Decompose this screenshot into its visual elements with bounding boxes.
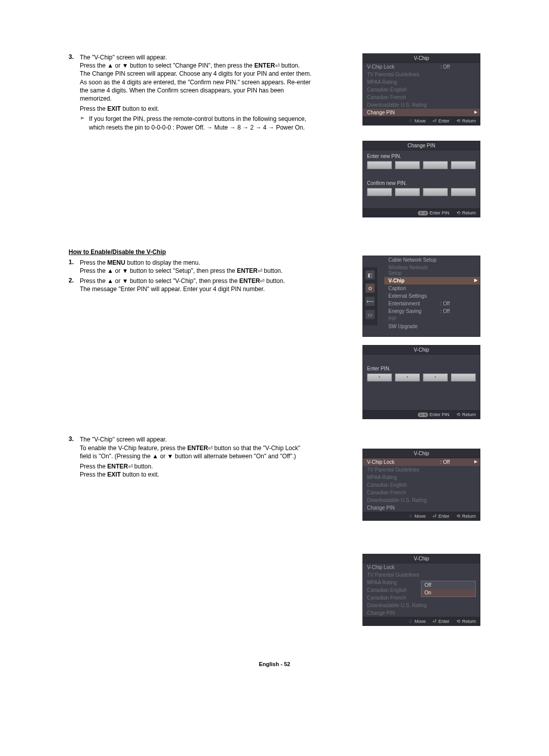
enter-icon: ⏎ <box>128 463 133 470</box>
menu-item: MPAA Rating <box>363 78 480 86</box>
option-off[interactable]: Off <box>421 581 475 589</box>
left-column: 3. The "V-Chip" screen will appear. Pres… <box>69 53 312 479</box>
menu-item[interactable]: Caption <box>384 285 480 292</box>
pin-digit[interactable] <box>423 188 448 196</box>
step-text: The "V-Chip" screen will appear. To enab… <box>80 435 312 479</box>
line: Press the ▲ or ▼ button to select "Chang… <box>80 62 254 69</box>
note-text: If you forget the PIN, press the remote-… <box>89 115 312 131</box>
menu-value <box>440 94 476 100</box>
menu-item[interactable]: Entertainment: Off <box>384 300 480 307</box>
move-hint: ♢ Move <box>409 514 425 519</box>
line: Press the <box>80 471 107 478</box>
pin-digit[interactable] <box>451 161 476 169</box>
enter-icon: ⏎ <box>275 62 280 70</box>
osd-title: V-Chip <box>363 449 480 458</box>
menu-item: Canadian English <box>363 86 480 93</box>
line: button to display the menu. <box>125 259 200 266</box>
osd-button-bar: ♢ Move ⏎ Enter ⟲ Return <box>363 617 480 625</box>
step-text: Press the ▲ or ▼ button to select "V-Chi… <box>80 277 312 293</box>
menu-item: Canadian French <box>363 489 480 496</box>
menu-label: Wireless Network Setup <box>388 265 440 276</box>
osd-vchip-menu: V-Chip V-Chip Lock: OffTV Parental Guide… <box>362 53 480 125</box>
menu-value <box>440 293 476 299</box>
enter-icon: ⏎ <box>208 445 212 452</box>
pin-entry: * * * <box>363 373 480 385</box>
menu-item[interactable]: Cable Network Setup <box>384 256 480 264</box>
pin-digit[interactable] <box>451 188 476 196</box>
osd-vchip-lock-dropdown: V-Chip V-Chip LockTV Parental Guidelines… <box>362 554 480 626</box>
line: Press the <box>80 105 107 112</box>
pin-digit[interactable] <box>395 161 420 169</box>
menu-value <box>440 572 476 578</box>
osd-button-bar: ♢ Move ⏎ Enter ⟲ Return <box>363 512 480 520</box>
pin-digit[interactable] <box>423 161 448 169</box>
line: button. <box>133 463 153 470</box>
enter-pin-label: Enter PIN. <box>363 363 480 373</box>
menu-item[interactable]: Change PIN <box>363 109 480 116</box>
menu-value <box>440 102 476 108</box>
menu-label: Downloadable U.S. Rating <box>367 603 440 608</box>
pin-entry-new <box>363 161 480 172</box>
menu-item[interactable]: Energy Saving: Off <box>384 307 480 315</box>
osd-setup-menu: Setup ◧ ✿ ⟵ ▭ Cable Network SetupWireles… <box>362 256 480 337</box>
menu-item[interactable]: External Settings <box>384 292 480 300</box>
pin-digit[interactable] <box>451 373 476 382</box>
pin-digit[interactable] <box>367 188 392 196</box>
pin-digit[interactable]: * <box>395 373 420 382</box>
line: button. <box>262 267 283 274</box>
menu-label: Canadian English <box>367 482 440 488</box>
menu-item[interactable]: V-Chip Lock: Off <box>363 458 480 466</box>
line: The message "Enter PIN" will appear. Ent… <box>80 286 265 293</box>
line: The "V-Chip" screen will appear. <box>80 54 167 61</box>
confirm-new-pin-label: Confirm new PIN. <box>363 177 480 188</box>
option-on[interactable]: On <box>421 589 475 596</box>
step1b: 1. Press the MENU button to display the … <box>69 259 312 275</box>
menu-label: SW Upgrade <box>388 324 440 329</box>
tab-icon[interactable]: ✿ <box>365 284 375 293</box>
tab-icon[interactable]: ⟵ <box>365 297 375 306</box>
osd-title: V-Chip <box>363 554 480 563</box>
menu-item[interactable]: V-Chip Lock: Off <box>363 63 480 71</box>
tab-icon[interactable]: ▭ <box>365 310 375 319</box>
osd-button-bar: 0~9 Enter PIN ⟲ Return <box>363 208 480 217</box>
menu-value <box>440 110 476 115</box>
enter-hint: ⏎ Enter <box>433 514 449 519</box>
return-hint: ⟲ Return <box>456 118 476 123</box>
enter-new-pin-label: Enter new PIN. <box>363 150 480 161</box>
kw-exit: EXIT <box>107 105 121 112</box>
line: Press the <box>80 463 107 470</box>
menu-item: Downloadable U.S. Rating <box>363 496 480 504</box>
line: The "V-Chip" screen will appear. <box>80 436 167 443</box>
pin-entry-confirm <box>363 188 480 199</box>
line: To enable the V-Chip feature, press the <box>80 445 187 452</box>
pin-digit[interactable] <box>367 161 392 169</box>
menu-item[interactable]: V-Chip Lock <box>363 563 480 571</box>
pin-digit[interactable]: * <box>367 373 392 382</box>
numpad-hint: 0~9 Enter PIN <box>418 210 449 215</box>
line: button to exit. <box>121 471 159 478</box>
menu-label: PIP <box>388 316 440 322</box>
pin-digit[interactable]: * <box>423 373 448 382</box>
enter-icon: ⏎ <box>258 267 262 275</box>
return-hint: ⟲ Return <box>456 514 476 519</box>
menu-item[interactable]: SW Upgrade <box>384 323 480 330</box>
menu-value <box>440 564 476 570</box>
move-hint: ♢ Move <box>409 118 425 123</box>
tab-icon[interactable]: ◧ <box>365 270 375 279</box>
return-hint: ⟲ Return <box>456 619 476 624</box>
pin-digit[interactable] <box>395 188 420 196</box>
menu-item[interactable]: Change PIN <box>363 504 480 512</box>
line: button. <box>264 277 285 285</box>
menu-label: V-Chip Lock <box>367 64 440 70</box>
line: Press the ▲ or ▼ button to select "V-Chi… <box>80 277 239 285</box>
menu-item: Wireless Network Setup <box>384 264 480 277</box>
menu-item[interactable]: V-Chip <box>384 277 480 285</box>
menu-value <box>440 603 476 608</box>
menu-value <box>440 505 476 511</box>
menu-item: PIP <box>384 315 480 323</box>
line: button to exit. <box>121 105 159 112</box>
menu-item: TV Parental Guidelines <box>363 571 480 579</box>
osd-title: V-Chip <box>363 54 480 63</box>
kw-menu: MENU <box>107 259 125 266</box>
vchip-lock-dropdown[interactable]: Off On <box>421 581 476 597</box>
